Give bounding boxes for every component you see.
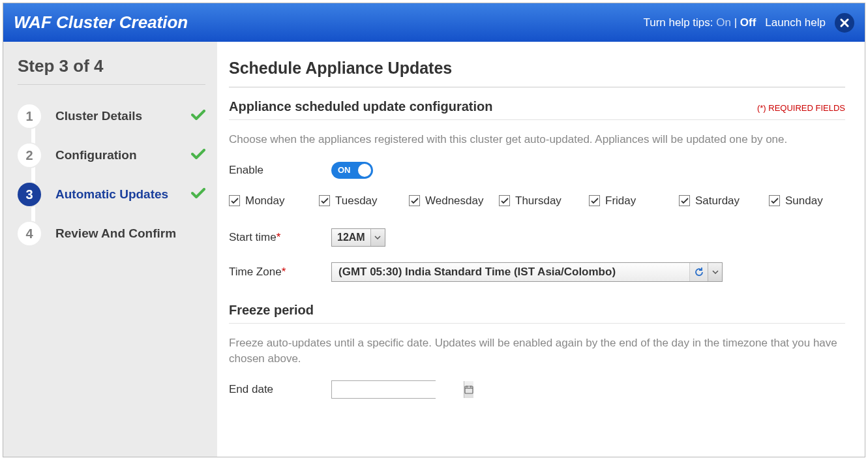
section-description: Choose when the appliances registered wi… <box>229 132 845 147</box>
step-number: 1 <box>18 104 41 128</box>
enable-label: Enable <box>229 164 331 177</box>
checkbox-icon <box>409 195 420 206</box>
page-title: Schedule Appliance Updates <box>229 59 845 78</box>
wizard-step-heading: Step 3 of 4 <box>18 56 205 76</box>
day-sunday[interactable]: Sunday <box>769 194 823 207</box>
enable-toggle[interactable]: ON <box>331 162 373 179</box>
page-app-title: WAF Cluster Creation <box>14 12 188 33</box>
wizard-step-cluster-details[interactable]: 1 Cluster Details <box>18 97 205 136</box>
wizard-step-automatic-updates[interactable]: 3 Automatic Updates <box>18 175 205 214</box>
checkmark-icon <box>191 188 205 201</box>
checkbox-icon <box>499 195 510 206</box>
chevron-down-icon <box>370 229 385 246</box>
step-label: Review And Confirm <box>55 226 205 241</box>
timezone-select[interactable]: (GMT 05:30) India Standard Time (IST Asi… <box>331 262 723 282</box>
refresh-icon[interactable] <box>689 263 708 281</box>
section-heading-freeze: Freeze period <box>229 303 845 318</box>
step-number: 4 <box>18 222 41 245</box>
main-content: Schedule Appliance Updates Appliance sch… <box>217 42 865 457</box>
close-icon <box>839 18 850 28</box>
freeze-description: Freeze auto-updates until a specific dat… <box>229 335 845 367</box>
day-wednesday[interactable]: Wednesday <box>409 194 488 207</box>
checkbox-icon <box>769 195 780 206</box>
step-label: Configuration <box>55 148 177 162</box>
step-label: Automatic Updates <box>55 187 177 202</box>
timezone-label: Time Zone* <box>229 266 331 279</box>
end-date-label: End date <box>229 383 331 396</box>
day-friday[interactable]: Friday <box>589 194 668 207</box>
close-button[interactable] <box>835 13 854 33</box>
wizard-step-configuration[interactable]: 2 Configuration <box>18 136 205 175</box>
svg-rect-0 <box>465 386 473 393</box>
checkbox-icon <box>679 195 690 206</box>
step-label: Cluster Details <box>55 109 177 123</box>
launch-help-link[interactable]: Launch help <box>765 16 826 29</box>
checkbox-icon <box>319 195 330 206</box>
day-saturday[interactable]: Saturday <box>679 194 758 207</box>
days-row: Monday Tuesday Wednesday Thursday Friday… <box>229 194 845 207</box>
start-time-select[interactable]: 12AM <box>331 228 385 247</box>
checkmark-icon <box>191 110 205 123</box>
end-date-input[interactable] <box>332 381 464 398</box>
title-bar: WAF Cluster Creation Turn help tips: On … <box>3 3 865 42</box>
required-fields-note: (*) REQUIRED FIELDS <box>757 103 845 113</box>
day-thursday[interactable]: Thursday <box>499 194 578 207</box>
end-date-field[interactable] <box>331 380 436 399</box>
start-time-label: Start time* <box>229 231 331 244</box>
wizard-step-review-confirm[interactable]: 4 Review And Confirm <box>18 214 205 253</box>
section-heading-schedule-config: Appliance scheduled update configuration <box>229 99 492 114</box>
calendar-icon[interactable] <box>464 381 473 398</box>
toggle-knob <box>358 164 371 177</box>
help-tips-toggle[interactable]: Turn help tips: On | Off <box>643 16 756 29</box>
step-number: 3 <box>18 183 41 206</box>
day-monday[interactable]: Monday <box>229 194 308 207</box>
day-tuesday[interactable]: Tuesday <box>319 194 398 207</box>
checkmark-icon <box>191 149 205 162</box>
wizard-sidebar: Step 3 of 4 1 Cluster Details 2 Configur… <box>3 42 217 457</box>
chevron-down-icon <box>708 263 722 281</box>
checkbox-icon <box>589 195 600 206</box>
step-number: 2 <box>18 144 41 167</box>
checkbox-icon <box>229 195 240 206</box>
